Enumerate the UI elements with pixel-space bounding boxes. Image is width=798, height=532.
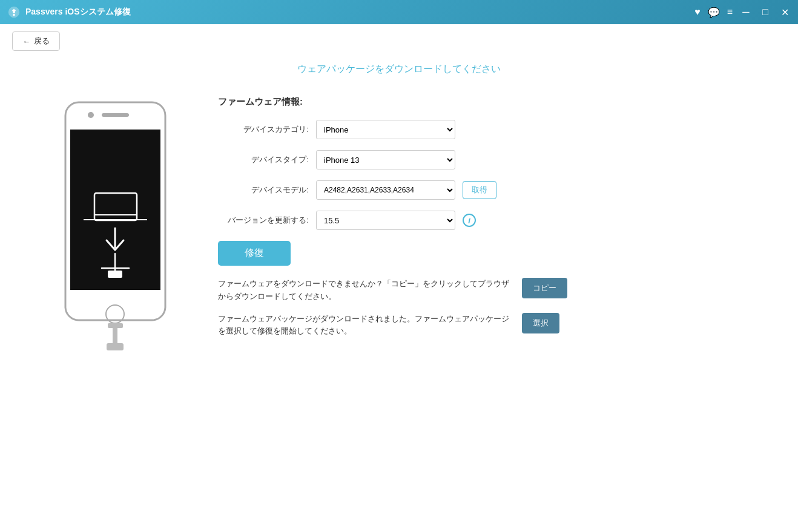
app-title: Passvers iOSシステム修復 — [25, 7, 694, 18]
get-button[interactable]: 取得 — [463, 181, 496, 199]
category-row: デバイスカテゴリ: iPhone iPad iPod — [218, 120, 750, 139]
svg-point-1 — [13, 14, 15, 16]
model-label: デバイスモデル: — [218, 185, 309, 195]
type-label: デバイスタイプ: — [218, 154, 309, 165]
copy-button[interactable]: コピー — [522, 278, 567, 298]
phone-illustration — [48, 90, 182, 532]
page-heading: ウェアパッケージをダウンロードしてください — [0, 63, 798, 76]
chat-icon[interactable]: 💬 — [708, 7, 720, 18]
version-label: バージョンを更新する: — [218, 215, 309, 226]
main-content: ← 戻る ウェアパッケージをダウンロードしてください — [0, 24, 798, 532]
maximize-button[interactable]: □ — [759, 7, 771, 18]
model-select[interactable]: A2482,A2631,A2633,A2634 — [316, 180, 455, 200]
heart-icon[interactable]: ♥ — [694, 7, 701, 18]
svg-point-5 — [88, 112, 94, 118]
topbar: ← 戻る — [0, 24, 798, 58]
info-icon[interactable]: i — [463, 214, 476, 227]
svg-rect-4 — [102, 113, 129, 117]
select-section: ファームウェアパッケージがダウンロードされました。ファームウェアパッケージを選択… — [218, 313, 750, 338]
main-body: ファームウェア情報: デバイスカテゴリ: iPhone iPad iPod デバ… — [0, 90, 798, 532]
category-label: デバイスカテゴリ: — [218, 124, 309, 135]
close-button[interactable]: ✕ — [779, 7, 791, 18]
right-panel: ファームウェア情報: デバイスカテゴリ: iPhone iPad iPod デバ… — [218, 90, 750, 532]
category-select[interactable]: iPhone iPad iPod — [316, 120, 455, 139]
minimize-button[interactable]: ─ — [740, 7, 752, 18]
back-button[interactable]: ← 戻る — [12, 31, 60, 51]
download-text: ファームウェアをダウンロードできませんか？「コピー」をクリックしてブラウザからダ… — [218, 278, 515, 303]
select-text: ファームウェアパッケージがダウンロードされました。ファームウェアパッケージを選択… — [218, 313, 515, 338]
model-row: デバイスモデル: A2482,A2631,A2633,A2634 取得 — [218, 180, 750, 200]
version-row: バージョンを更新する: 15.5 15.4 15.3 15.2 i — [218, 211, 750, 230]
repair-button[interactable]: 修復 — [218, 241, 291, 266]
phone-svg — [59, 96, 171, 350]
window-controls: ♥ 💬 ≡ ─ □ ✕ — [694, 7, 791, 18]
type-select[interactable]: iPhone 13 iPhone 12 iPhone 11 iPhone SE — [316, 150, 455, 169]
select-file-button[interactable]: 選択 — [522, 313, 559, 333]
app-logo — [7, 5, 21, 19]
version-select[interactable]: 15.5 15.4 15.3 15.2 — [316, 211, 455, 230]
svg-rect-9 — [107, 343, 124, 350]
back-label: 戻る — [34, 36, 50, 47]
menu-icon[interactable]: ≡ — [727, 7, 733, 18]
firmware-section-title: ファームウェア情報: — [218, 96, 750, 108]
titlebar: Passvers iOSシステム修復 ♥ 💬 ≡ ─ □ ✕ — [0, 0, 798, 24]
download-section: ファームウェアをダウンロードできませんか？「コピー」をクリックしてブラウザからダ… — [218, 278, 750, 303]
svg-rect-15 — [108, 271, 122, 278]
back-arrow-icon: ← — [22, 37, 30, 46]
type-row: デバイスタイプ: iPhone 13 iPhone 12 iPhone 11 i… — [218, 150, 750, 169]
